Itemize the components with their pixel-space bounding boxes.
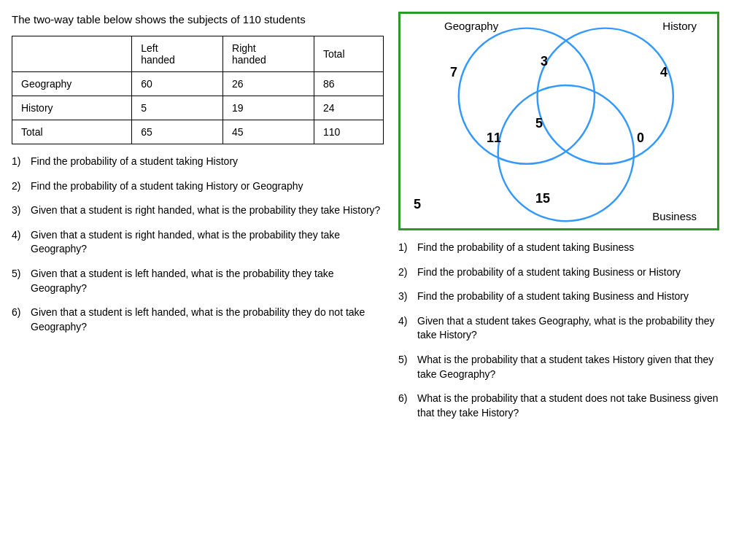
- col-header-left-handed: Lefthanded: [132, 36, 223, 72]
- venn-diagram: Geography History Business 7 3 4 11 5 0 …: [398, 12, 719, 230]
- intro-text: The two-way table below shows the subjec…: [12, 12, 384, 27]
- row-total-right: 45: [223, 120, 314, 144]
- venn-history-label: History: [662, 20, 697, 32]
- col-header-right-handed: Righthanded: [223, 36, 314, 72]
- two-way-table: Lefthanded Righthanded Total Geography 6…: [12, 36, 384, 144]
- question-text: Given that a student is left handed, wha…: [31, 306, 384, 334]
- question-number: 4): [398, 314, 413, 343]
- question-text: Given that a student is right handed, wh…: [31, 203, 380, 218]
- question-text: Given that a student is right handed, wh…: [31, 228, 384, 257]
- venn-geography-label: Geography: [444, 20, 498, 32]
- left-questions-list: 1) Find the probability of a student tak…: [12, 155, 384, 334]
- venn-num-geo-bus: 11: [487, 131, 501, 146]
- question-number: 5): [398, 353, 413, 381]
- row-label-total: Total: [12, 120, 132, 144]
- venn-num-bus-only: 15: [535, 191, 550, 206]
- row-geography-left: 60: [132, 72, 223, 96]
- question-text: Find the probability of a student taking…: [417, 289, 689, 304]
- list-item: 5) Given that a student is left handed, …: [12, 267, 384, 295]
- table-row: History 5 19 24: [12, 96, 384, 120]
- table-row: Total 65 45 110: [12, 120, 384, 144]
- row-label-history: History: [12, 96, 132, 120]
- list-item: 6) Given that a student is left handed, …: [12, 306, 384, 334]
- question-text: What is the probability that a student d…: [417, 392, 735, 420]
- question-number: 1): [12, 155, 26, 169]
- question-text: What is the probability that a student t…: [417, 353, 735, 381]
- left-panel: The two-way table below shows the subjec…: [12, 12, 384, 430]
- row-total-total: 110: [314, 120, 383, 144]
- venn-num-hist-bus: 0: [637, 131, 644, 146]
- venn-num-all-three: 5: [535, 116, 543, 131]
- table-row: Geography 60 26 86: [12, 72, 384, 96]
- question-number: 3): [12, 203, 26, 218]
- venn-num-geo-only: 7: [450, 65, 457, 80]
- list-item: 2) Find the probability of a student tak…: [12, 179, 384, 194]
- question-text: Find the probability of a student taking…: [31, 155, 238, 169]
- question-text: Find the probability of a student taking…: [417, 241, 634, 255]
- list-item: 3) Find the probability of a student tak…: [398, 289, 735, 304]
- question-text: Find the probability of a student taking…: [31, 179, 303, 194]
- question-number: 2): [12, 179, 26, 194]
- svg-point-1: [538, 28, 673, 164]
- svg-point-0: [459, 28, 595, 164]
- row-label-geography: Geography: [12, 72, 132, 96]
- question-text: Given that a student is left handed, wha…: [31, 267, 384, 295]
- right-panel: Geography History Business 7 3 4 11 5 0 …: [398, 12, 735, 430]
- list-item: 1) Find the probability of a student tak…: [12, 155, 384, 169]
- venn-business-label: Business: [652, 210, 697, 222]
- venn-num-geo-hist: 3: [541, 54, 548, 69]
- row-total-left: 65: [132, 120, 223, 144]
- question-number: 3): [398, 289, 413, 304]
- venn-num-outside: 5: [414, 197, 421, 212]
- question-number: 4): [12, 228, 26, 257]
- question-number: 6): [398, 392, 413, 420]
- venn-num-hist-only: 4: [660, 65, 667, 80]
- row-geography-total: 86: [314, 72, 383, 96]
- row-geography-right: 26: [223, 72, 314, 96]
- row-history-left: 5: [132, 96, 223, 120]
- question-number: 2): [398, 265, 413, 280]
- list-item: 1) Find the probability of a student tak…: [398, 241, 735, 255]
- list-item: 4) Given that a student is right handed,…: [12, 228, 384, 257]
- list-item: 4) Given that a student takes Geography,…: [398, 314, 735, 343]
- question-number: 6): [12, 306, 26, 334]
- question-number: 5): [12, 267, 26, 295]
- row-history-total: 24: [314, 96, 383, 120]
- col-header-empty: [12, 36, 132, 72]
- list-item: 5) What is the probability that a studen…: [398, 353, 735, 381]
- list-item: 6) What is the probability that a studen…: [398, 392, 735, 420]
- list-item: 2) Find the probability of a student tak…: [398, 265, 735, 280]
- col-header-total: Total: [314, 36, 383, 72]
- question-text: Find the probability of a student taking…: [417, 265, 681, 280]
- right-questions-list: 1) Find the probability of a student tak…: [398, 241, 735, 420]
- question-number: 1): [398, 241, 413, 255]
- question-text: Given that a student takes Geography, wh…: [417, 314, 735, 343]
- svg-point-2: [498, 85, 634, 221]
- row-history-right: 19: [223, 96, 314, 120]
- list-item: 3) Given that a student is right handed,…: [12, 203, 384, 218]
